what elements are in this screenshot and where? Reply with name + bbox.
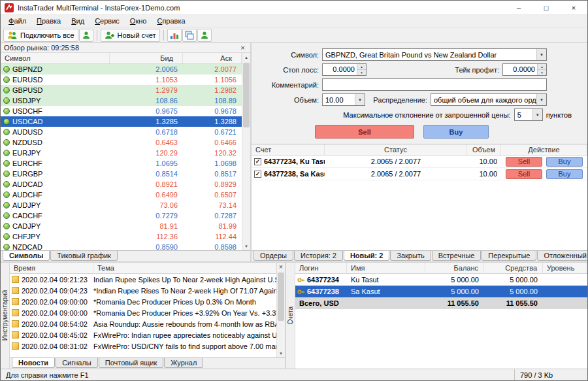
column-ask[interactable]: Аск [183,53,242,63]
account-settings-button[interactable] [79,29,93,42]
menu-item-5[interactable]: Справка [152,16,190,26]
order-row[interactable]: ✓64377238, Sa Kasut2.0065 / 2.007710.00S… [252,168,587,180]
market-watch-row[interactable]: EURCHF1.06951.0698 [1,158,242,169]
account-row[interactable]: 64377234Ku Tasut5 000.005 000.00 [295,274,587,286]
orders-column-3[interactable]: Действие [501,144,587,155]
chevron-down-icon[interactable]: ▾ [355,94,365,105]
row-sell-button[interactable]: Sell [506,169,542,179]
market-watch-row[interactable]: NZDUSD0.64630.6466 [1,137,242,148]
spin-down-icon[interactable]: ▾ [357,70,366,75]
order-tab-0[interactable]: Ордеры [253,251,293,261]
row-buy-button[interactable]: Buy [546,157,583,167]
order-tab-4[interactable]: Встречные [432,251,482,261]
market-watch-row[interactable]: AUDUSD0.67180.6721 [1,127,242,137]
column-level[interactable]: Уровень [543,263,587,273]
market-watch-row[interactable]: CADCHF0.72790.7287 [1,210,242,221]
order-checkbox[interactable]: ✓ [254,171,261,178]
market-watch-row[interactable]: USDCAD1.32851.3288 [1,116,242,127]
row-buy-button[interactable]: Buy [546,169,583,179]
volume-select[interactable]: 10.00 ▾ [322,93,365,106]
account-row[interactable]: 64377238Sa Kasut5 000.005 000.00 [295,286,587,297]
news-row[interactable]: 2020.02.04 09:00:00*Romania Dec Producer… [10,307,276,318]
distribution-select[interactable]: общий объем для каждого ордера ▾ [431,93,547,106]
minimize-button[interactable]: – [505,1,532,14]
market-watch-row[interactable]: EURUSD1.10531.1056 [1,75,242,85]
market-watch-row[interactable]: CHFJPY112.36112.44 [1,231,242,242]
market-watch-row[interactable]: GBPUSD1.29791.2982 [1,85,242,95]
market-watch-row[interactable]: AUDJPY73.0673.14 [1,200,242,210]
news-row[interactable]: 2020.02.04 08:31:02FxWirePro: USD/CNY fa… [10,340,276,352]
scrollbar-track[interactable] [277,271,285,349]
deviation-select[interactable]: 5 ▾ [514,108,543,121]
menu-item-4[interactable]: Окно [125,16,152,26]
market-watch-row[interactable]: CADJPY81.9181.99 [1,221,242,231]
orders-column-2[interactable]: Объем [467,144,501,155]
market-watch-row[interactable]: EURGBP0.85140.8517 [1,169,242,179]
close-icon[interactable]: × [277,263,285,271]
close-button[interactable]: × [560,1,587,14]
news-row[interactable]: 2020.02.04 09:04:23*Indian Rupee Rises T… [10,285,276,296]
new-account-button[interactable]: Новый счет [101,29,160,42]
order-row[interactable]: ✓64377234, Ku Tasut2.0065 / 2.007710.00S… [252,156,587,168]
menu-item-0[interactable]: Файл [3,16,31,26]
symbol-select[interactable]: GBPNZD, Great Britain Pound vs New Zeala… [322,48,547,61]
news-row[interactable]: 2020.02.04 09:00:00*Romania Dec Producer… [10,296,276,307]
market-watch-row[interactable]: NZDCAD0.85900.8598 [1,242,242,250]
spin-up-icon[interactable]: ▴ [538,64,546,70]
market-watch-row[interactable]: EURJPY120.29120.32 [1,148,242,158]
column-balance[interactable]: Баланс [425,263,484,273]
order-tab-6[interactable]: Отложенный: 2 [537,251,587,261]
news-scrollbar[interactable]: × ▾ [276,263,285,357]
market-watch-row[interactable]: USDJPY108.86108.89 [1,95,242,106]
take-profit-input[interactable]: 0.0000 ▴ ▾ [502,63,547,76]
news-tab-2[interactable]: Почтовый ящик [99,358,163,368]
orders-column-0[interactable]: Счет [252,144,325,155]
order-tab-5[interactable]: Перекрытые [482,251,536,261]
stop-loss-input[interactable]: 0.0000 ▴ ▾ [322,63,367,76]
market-watch-row[interactable]: AUDCHF0.64990.6507 [1,190,242,200]
chevron-down-icon[interactable]: ▾ [532,109,542,120]
news-tab-3[interactable]: Журнал [164,358,203,368]
tile-windows-button[interactable] [182,29,197,42]
news-row[interactable]: 2020.02.04 09:21:23Indian Rupee Spikes U… [10,274,276,285]
buy-button[interactable]: Buy [423,125,489,139]
market-watch-scrollbar[interactable]: ▴ ▾ [242,53,250,250]
market-watch-row[interactable]: USDCHF0.96750.9678 [1,106,242,116]
chart-button[interactable] [167,29,182,42]
column-login[interactable]: Логин [295,263,347,273]
order-tab-2[interactable]: Новый: 2 [344,250,389,261]
order-tab-1[interactable]: История: 2 [294,251,343,261]
menu-item-3[interactable]: Сервис [90,16,125,26]
maximize-button[interactable]: □ [532,1,560,14]
take-profit-spinner[interactable]: ▴ ▾ [537,64,546,75]
market-watch-row[interactable]: AUDCAD0.89210.8929 [1,179,242,190]
row-sell-button[interactable]: Sell [506,157,542,167]
market-watch-tab-1[interactable]: Тиковый график [50,251,118,261]
menu-item-2[interactable]: Вид [66,16,90,26]
tab-accounts[interactable]: Счета [286,263,295,369]
scroll-down-icon[interactable]: ▾ [242,242,250,250]
column-bid[interactable]: Бид [110,53,183,63]
spin-down-icon[interactable]: ▾ [538,70,546,75]
orders-column-1[interactable]: Статус [325,144,467,155]
scrollbar-thumb[interactable] [278,273,284,321]
market-watch-tab-0[interactable]: Символы [3,250,50,261]
scrollbar-track[interactable] [242,61,250,242]
accounts-button[interactable] [197,29,212,42]
comment-input[interactable] [322,78,547,91]
column-time[interactable]: Время [10,263,93,273]
scroll-down-icon[interactable]: ▾ [277,349,285,357]
news-tab-0[interactable]: Новости [12,357,55,368]
column-subject[interactable]: Тема [93,263,276,273]
spin-up-icon[interactable]: ▴ [357,64,366,70]
news-row[interactable]: 2020.02.04 08:45:02FxWirePro: Indian rup… [10,329,276,340]
chevron-down-icon[interactable]: ▾ [536,94,546,105]
market-watch-row[interactable]: GBPNZD2.00652.0077 [1,64,242,75]
chevron-down-icon[interactable]: ▾ [536,49,546,60]
order-checkbox[interactable]: ✓ [254,158,261,165]
close-icon[interactable]: × [238,44,247,52]
stop-loss-spinner[interactable]: ▴ ▾ [357,64,366,75]
menu-item-1[interactable]: Правка [31,16,66,26]
column-name[interactable]: Имя [347,263,425,273]
connect-all-button[interactable]: Подключить все [3,29,78,42]
